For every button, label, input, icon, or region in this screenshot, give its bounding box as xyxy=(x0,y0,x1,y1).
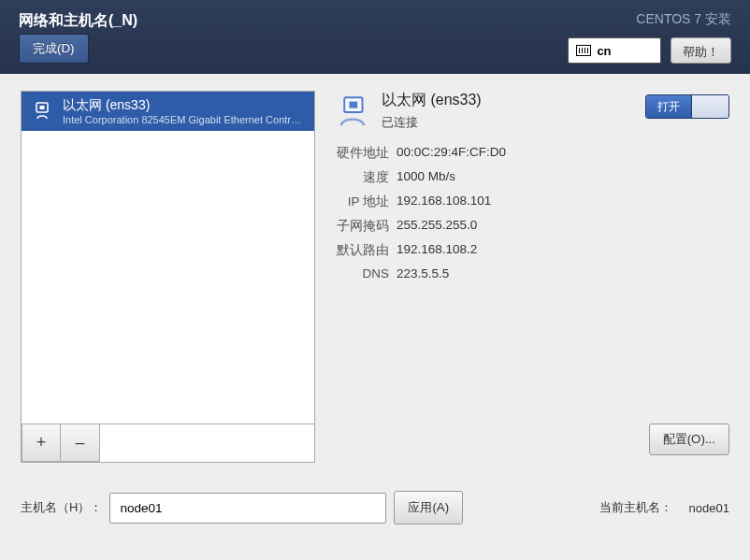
device-panel: 以太网 (ens33) Intel Corporation 82545EM Gi… xyxy=(21,91,315,463)
mask-key: 子网掩码 xyxy=(333,218,389,235)
detail-device-name: 以太网 (ens33) xyxy=(382,91,482,110)
detail-header: 以太网 (ens33) 已连接 打开 xyxy=(333,91,729,132)
current-hostname-value: node01 xyxy=(689,501,729,515)
page-title: 网络和主机名(_N) xyxy=(19,11,137,31)
header-bar: 网络和主机名(_N) 完成(D) CENTOS 7 安装 cn 帮助！ xyxy=(0,0,750,74)
ethernet-icon xyxy=(29,98,55,124)
dns-key: DNS xyxy=(333,266,389,280)
device-item-title: 以太网 (ens33) xyxy=(63,97,306,114)
svg-rect-3 xyxy=(350,102,358,108)
dns-val: 223.5.5.5 xyxy=(397,266,449,280)
ethernet-large-icon xyxy=(333,93,372,132)
hostname-input[interactable] xyxy=(109,493,386,524)
keyboard-icon xyxy=(576,45,591,56)
hostname-label: 主机名（H）： xyxy=(21,499,102,516)
row-hwaddr: 硬件地址 00:0C:29:4F:CF:D0 xyxy=(333,145,729,162)
detail-properties: 硬件地址 00:0C:29:4F:CF:D0 速度 1000 Mb/s IP 地… xyxy=(333,145,729,280)
device-item-text: 以太网 (ens33) Intel Corporation 82545EM Gi… xyxy=(63,97,306,125)
row-gw: 默认路由 192.168.108.2 xyxy=(333,242,729,259)
ip-key: IP 地址 xyxy=(333,194,389,210)
ip-val: 192.168.108.101 xyxy=(397,194,491,210)
detail-header-text: 以太网 (ens33) 已连接 xyxy=(382,91,482,131)
connection-toggle[interactable]: 打开 xyxy=(645,94,729,119)
header-right: CENTOS 7 安装 cn 帮助！ xyxy=(568,11,731,64)
current-hostname-label: 当前主机名： xyxy=(599,499,672,516)
toggle-knob xyxy=(691,95,728,118)
gw-val: 192.168.108.2 xyxy=(397,242,477,259)
content-area: 以太网 (ens33) Intel Corporation 82545EM Gi… xyxy=(0,74,750,560)
device-list-buttons: + – xyxy=(22,424,314,462)
toggle-on-label: 打开 xyxy=(646,95,691,118)
done-button[interactable]: 完成(D) xyxy=(19,34,89,64)
keyboard-layout-indicator[interactable]: cn xyxy=(568,37,661,64)
device-list-item[interactable]: 以太网 (ens33) Intel Corporation 82545EM Gi… xyxy=(22,92,314,131)
mask-val: 255.255.255.0 xyxy=(397,218,477,235)
row-dns: DNS 223.5.5.5 xyxy=(333,266,729,280)
hostname-row: 主机名（H）： 应用(A) 当前主机名： node01 xyxy=(21,491,729,524)
detail-device-status: 已连接 xyxy=(382,114,482,131)
device-list: 以太网 (ens33) Intel Corporation 82545EM Gi… xyxy=(22,92,314,424)
installer-title: CENTOS 7 安装 xyxy=(568,11,731,28)
speed-val: 1000 Mb/s xyxy=(397,169,455,186)
device-item-subtitle: Intel Corporation 82545EM Gigabit Ethern… xyxy=(63,114,306,125)
hwaddr-key: 硬件地址 xyxy=(333,145,389,162)
apply-hostname-button[interactable]: 应用(A) xyxy=(394,491,463,524)
row-mask: 子网掩码 255.255.255.0 xyxy=(333,218,729,235)
configure-button[interactable]: 配置(O)... xyxy=(649,424,729,455)
device-detail: 以太网 (ens33) 已连接 打开 硬件地址 00:0C:29:4F:CF:D… xyxy=(333,91,729,288)
keyboard-layout-label: cn xyxy=(597,44,611,58)
remove-device-button[interactable]: – xyxy=(61,424,100,462)
hwaddr-val: 00:0C:29:4F:CF:D0 xyxy=(397,145,506,162)
svg-rect-1 xyxy=(40,106,45,109)
row-speed: 速度 1000 Mb/s xyxy=(333,169,729,186)
gw-key: 默认路由 xyxy=(333,242,389,259)
help-button[interactable]: 帮助！ xyxy=(671,37,731,64)
speed-key: 速度 xyxy=(333,169,389,186)
current-hostname: 当前主机名： node01 xyxy=(599,499,729,516)
row-ip: IP 地址 192.168.108.101 xyxy=(333,194,729,210)
add-device-button[interactable]: + xyxy=(22,424,61,462)
